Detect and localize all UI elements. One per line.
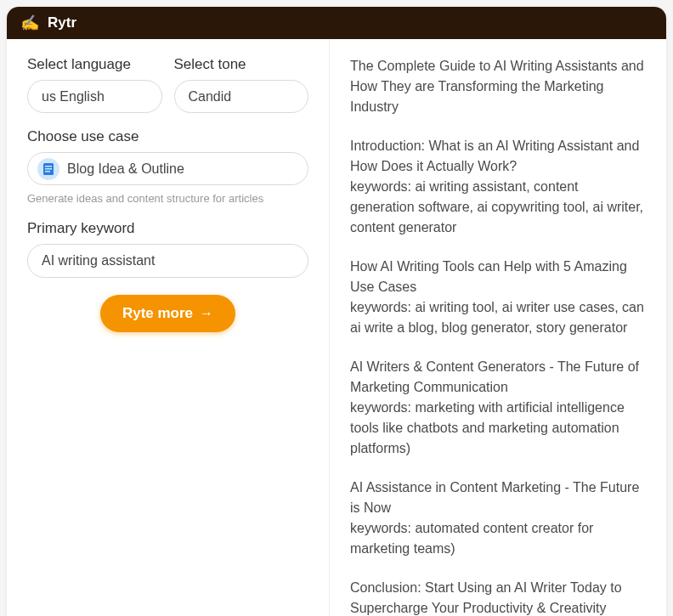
ryte-more-button[interactable]: Ryte more → [100,295,235,332]
use-case-label: Choose use case [27,128,308,145]
svg-rect-2 [45,168,52,170]
form-panel: Select language us English Select tone C… [7,39,330,616]
output-block: AI Writers & Content Generators - The Fu… [350,357,646,459]
output-block: Conclusion: Start Using an AI Writer Tod… [350,578,646,616]
output-block: How AI Writing Tools can Help with 5 Ama… [350,257,646,338]
use-case-select[interactable]: Blog Idea & Outline [27,152,308,185]
svg-rect-3 [45,171,50,172]
output-block: Introduction: What is an AI Writing Assi… [350,136,646,238]
svg-rect-1 [45,166,52,167]
app-body: Select language us English Select tone C… [7,39,666,616]
tone-select[interactable]: Candid [174,80,309,113]
ryte-button-label: Ryte more [122,305,193,322]
language-label: Select language [27,56,162,73]
output-block: AI Assistance in Content Marketing - The… [350,478,646,559]
generated-content: The Complete Guide to AI Writing Assista… [350,56,646,616]
tone-label: Select tone [174,56,309,73]
keyword-input[interactable] [27,244,308,278]
arrow-right-icon: → [200,306,213,321]
output-block: The Complete Guide to AI Writing Assista… [350,56,646,117]
app-header: ✍️ Rytr [7,7,666,39]
use-case-hint: Generate ideas and content structure for… [27,192,308,205]
keyword-label: Primary keyword [27,220,308,237]
app-window: ✍️ Rytr Select language us English Selec… [7,7,666,616]
document-icon [37,158,59,180]
app-logo-icon: ✍️ [20,14,39,32]
language-select[interactable]: us English [27,80,162,113]
output-panel: The Complete Guide to AI Writing Assista… [330,39,666,616]
app-title: Rytr [48,14,76,31]
